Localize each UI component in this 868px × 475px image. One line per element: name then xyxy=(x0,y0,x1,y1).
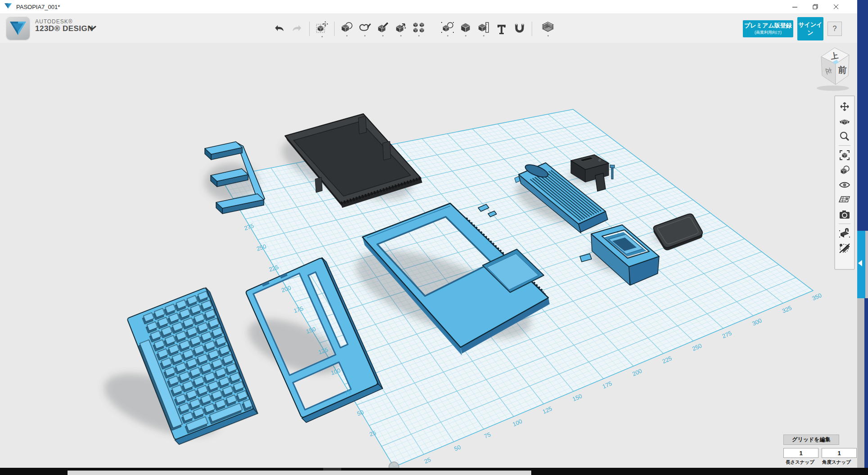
toolbar-separator xyxy=(839,224,850,224)
transform-tool-button[interactable] xyxy=(313,18,331,39)
svg-text:175: 175 xyxy=(601,380,613,390)
svg-text:25: 25 xyxy=(423,456,432,465)
snap-tool-button[interactable] xyxy=(511,18,529,39)
primitives-tool-button[interactable] xyxy=(338,18,356,39)
premium-button-sublabel: (商業利用向け) xyxy=(743,30,793,36)
premium-button[interactable]: プレミアム版登録 (商業利用向け) xyxy=(743,20,793,37)
look-at-icon[interactable] xyxy=(838,163,851,177)
restore-button[interactable] xyxy=(805,0,826,13)
visibility-eye-icon[interactable] xyxy=(838,178,851,192)
screenshot-camera-icon[interactable] xyxy=(838,208,851,221)
pan-icon[interactable] xyxy=(838,100,851,113)
part-side-bracket[interactable] xyxy=(205,142,265,214)
measure-tool-button[interactable] xyxy=(475,18,493,39)
length-snap-input[interactable] xyxy=(783,448,818,458)
premium-button-label: プレミアム版登録 xyxy=(743,22,793,30)
view-cube-top-label: 上 xyxy=(829,51,839,61)
title-bar: PASOPIA7_001* xyxy=(0,0,857,14)
sketch-tool-button[interactable] xyxy=(356,18,374,39)
svg-text:75: 75 xyxy=(483,431,492,439)
svg-text:125: 125 xyxy=(542,405,553,415)
minimize-button[interactable] xyxy=(784,0,805,13)
modify-tool-button[interactable] xyxy=(392,18,410,39)
redo-button[interactable] xyxy=(288,18,306,39)
toolbar-separator xyxy=(334,22,335,36)
svg-text:100: 100 xyxy=(511,418,523,428)
orbit-icon[interactable] xyxy=(838,115,851,128)
svg-text:225: 225 xyxy=(661,355,673,365)
svg-text:325: 325 xyxy=(781,305,793,314)
view-cube[interactable]: 上 前 左 xyxy=(809,41,856,92)
app-toolbar: AUTODESK® 123D® DESIGN xyxy=(0,13,857,43)
viewport[interactable]: 2550751001251501752002252502753003253502… xyxy=(0,43,857,468)
grouping-tool-button[interactable] xyxy=(439,18,457,39)
zoom-icon[interactable] xyxy=(838,130,851,143)
grid-snap-panel: グリッドを編集 長さスナップ 角度スナップ xyxy=(783,435,854,466)
fit-view-icon[interactable] xyxy=(838,148,851,162)
bottom-edge-bar xyxy=(0,468,868,475)
svg-text:200: 200 xyxy=(631,367,643,377)
help-button[interactable]: ? xyxy=(827,22,842,36)
main-toolbar xyxy=(270,18,557,40)
toolbar-separator xyxy=(309,22,310,36)
close-button[interactable] xyxy=(826,0,846,13)
edit-grid-button[interactable]: グリッドを編集 xyxy=(783,435,839,445)
svg-text:350: 350 xyxy=(811,292,823,302)
svg-text:150: 150 xyxy=(571,393,583,403)
menu-chevron-down-icon[interactable] xyxy=(88,24,96,32)
app-icon xyxy=(4,3,12,11)
svg-text:275: 275 xyxy=(721,330,733,340)
panel-collapse-arrow-icon[interactable] xyxy=(858,260,862,266)
text-tool-button[interactable] xyxy=(493,18,511,39)
pattern-tool-button[interactable] xyxy=(410,18,428,39)
toolbar-separator xyxy=(839,145,850,146)
background-window-edge xyxy=(857,0,868,475)
document-title: PASOPIA7_001* xyxy=(16,4,60,10)
undo-button[interactable] xyxy=(270,18,288,39)
length-snap-label: 長さスナップ xyxy=(783,459,817,466)
svg-text:250: 250 xyxy=(691,342,703,352)
snap-to-grid-icon[interactable] xyxy=(838,227,851,240)
grid-origin-marker xyxy=(389,462,399,468)
signin-button[interactable]: サインイン xyxy=(797,17,823,40)
angle-snap-input[interactable] xyxy=(822,448,857,458)
material-tool-button[interactable] xyxy=(539,18,557,39)
toolbar-separator xyxy=(532,22,532,36)
svg-text:50: 50 xyxy=(453,444,462,452)
view-cube-front-label: 前 xyxy=(838,65,847,75)
brand: AUTODESK® 123D® DESIGN xyxy=(35,19,93,33)
svg-text:300: 300 xyxy=(751,317,763,327)
combine-tool-button[interactable] xyxy=(457,18,475,39)
navigation-toolbar xyxy=(834,95,855,270)
angle-snap-label: 角度スナップ xyxy=(820,459,853,466)
construct-tool-button[interactable] xyxy=(374,18,392,39)
brand-line2: 123D® DESIGN xyxy=(35,25,93,33)
app-logo[interactable] xyxy=(6,16,30,40)
toggle-sketches-icon[interactable] xyxy=(838,242,851,255)
grid-visibility-icon[interactable] xyxy=(838,193,851,206)
